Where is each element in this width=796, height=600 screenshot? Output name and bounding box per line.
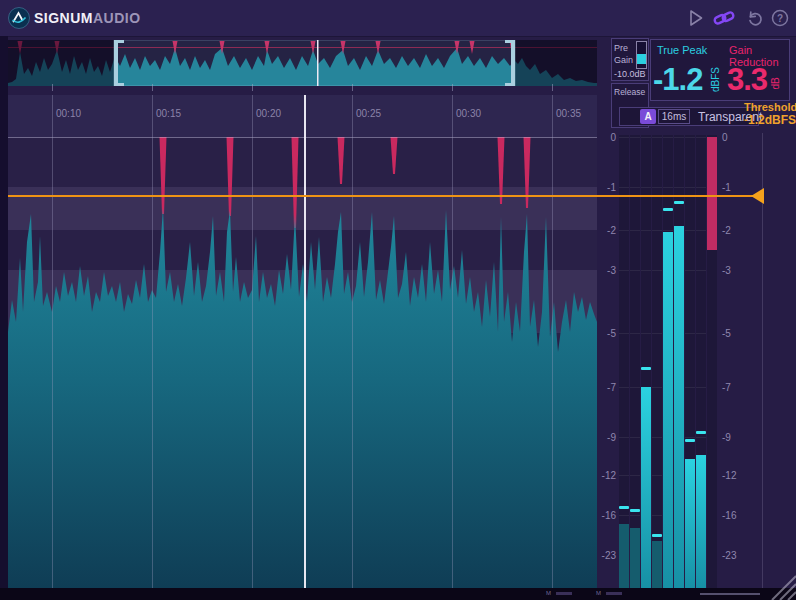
- meter-peak-tick: [685, 439, 695, 442]
- pre-gain-fader[interactable]: [636, 41, 647, 69]
- meter-scale-label: -16: [722, 510, 740, 521]
- meter-scale-tickline: [641, 555, 651, 556]
- pre-gain-fader-fill: [637, 54, 646, 64]
- meter-scale-label: -23: [598, 550, 616, 561]
- meter-scale-tickline: [630, 515, 640, 516]
- meter-scale-tickline: [696, 187, 706, 188]
- meter-scale-label: 0: [598, 132, 616, 143]
- release-time-field[interactable]: 16ms: [658, 109, 690, 124]
- meter-scale-label: -2: [722, 225, 740, 236]
- gr-spike: [391, 137, 398, 174]
- help-button[interactable]: ?: [770, 8, 790, 28]
- meter-scale-tickline: [663, 137, 673, 138]
- meter-scale-label: -12: [598, 470, 616, 481]
- bottom-strip: [0, 588, 796, 600]
- meter-scale-tickline: [685, 475, 695, 476]
- meter-scale-tickline: [641, 387, 651, 388]
- meter-scale-label: -3: [598, 265, 616, 276]
- meter-scale-tickline: [652, 555, 662, 556]
- meter-peak-tick: [641, 367, 651, 370]
- grid-line: [552, 95, 553, 588]
- meter-scale-tickline: [652, 475, 662, 476]
- meter-scale-tickline: [630, 333, 640, 334]
- resize-handle[interactable]: [756, 574, 796, 600]
- meter-scale-tickline: [674, 270, 684, 271]
- play-button[interactable]: [686, 8, 706, 28]
- meter-bar: [674, 226, 684, 588]
- meter-scale-tickline: [685, 333, 695, 334]
- overview-tick: [352, 84, 353, 91]
- meter-scale-tickline: [641, 230, 651, 231]
- meter-scale-label: -5: [722, 328, 740, 339]
- meter-bar: [641, 387, 651, 588]
- meter-scale-tickline: [685, 437, 695, 438]
- meter-peak-tick: [696, 431, 706, 434]
- threshold-value[interactable]: -1.2dBFS: [744, 113, 796, 127]
- footer-bar: [700, 593, 760, 595]
- meter-scale-tickline: [630, 555, 640, 556]
- gr-value: 3.3: [727, 62, 767, 98]
- grid-line: [252, 95, 253, 588]
- main-waveform-view[interactable]: 00:1000:1500:2000:2500:3000:35: [8, 95, 597, 588]
- meter-peak-tick: [619, 506, 629, 509]
- grid-line: [352, 95, 353, 588]
- meter-scale-tickline: [685, 137, 695, 138]
- meter-scale-tickline: [641, 187, 651, 188]
- plugin-window: SIGNUMAUDIO ?: [0, 0, 796, 600]
- meter-scale-tickline: [652, 437, 662, 438]
- footer-dash: [606, 592, 622, 595]
- meter-scale-tickline: [696, 437, 706, 438]
- meter-scale-tickline: [685, 515, 695, 516]
- overview-timeline[interactable]: [8, 40, 597, 86]
- meter-peak-tick: [674, 201, 684, 204]
- meter-scale-tickline: [630, 437, 640, 438]
- meter-scale-tickline: [674, 230, 684, 231]
- meter-scale-label: -7: [722, 382, 740, 393]
- meter-bar: [696, 455, 706, 588]
- meter-scale-tickline: [674, 387, 684, 388]
- meter-scale-tickline: [641, 137, 651, 138]
- meter-scale-tickline: [663, 270, 673, 271]
- true-peak-label: True Peak: [657, 44, 707, 56]
- threshold-handle[interactable]: [751, 188, 764, 204]
- meter-scale-tickline: [630, 475, 640, 476]
- meter-scale-tickline: [696, 475, 706, 476]
- top-bar: SIGNUMAUDIO ?: [0, 0, 796, 37]
- auto-release-button[interactable]: A: [640, 109, 656, 124]
- meter-scale-tickline: [630, 230, 640, 231]
- meter-scale-tickline: [652, 187, 662, 188]
- meter-scale-tickline: [685, 270, 695, 271]
- brand-light: AUDIO: [93, 10, 141, 26]
- meter-scale-tickline: [663, 387, 673, 388]
- meter-scale-tickline: [674, 475, 684, 476]
- meter-scale-tickline: [652, 515, 662, 516]
- true-peak-value: -1.2: [653, 62, 702, 98]
- gr-spike: [338, 137, 345, 184]
- link-icon: [712, 9, 736, 27]
- gr-label-1: Gain: [729, 44, 752, 56]
- meter-column: [630, 135, 640, 588]
- meter-peak-tick: [663, 208, 673, 211]
- meter-scale-label: -9: [722, 432, 740, 443]
- main-playhead[interactable]: [304, 95, 306, 588]
- waveform-canvas: [8, 95, 597, 588]
- meter-bar: [630, 528, 640, 588]
- meter-scale-label: -12: [722, 470, 740, 481]
- meter-scale-label: -16: [598, 510, 616, 521]
- meter-scale-tickline: [630, 137, 640, 138]
- time-label: 00:10: [56, 108, 81, 119]
- meter-scale-tickline: [619, 270, 629, 271]
- meter-scale-tickline: [641, 515, 651, 516]
- overview-playhead: [317, 40, 319, 86]
- meter-scale-tickline: [674, 137, 684, 138]
- link-button[interactable]: [712, 8, 736, 28]
- meter-bar: [652, 541, 662, 588]
- meter-scale-tickline: [663, 437, 673, 438]
- meter-scale-tickline: [674, 437, 684, 438]
- meter-scale-tickline: [663, 515, 673, 516]
- undo-button[interactable]: [745, 8, 765, 28]
- meter-scale-label: -3: [722, 265, 740, 276]
- meter-column: [641, 135, 651, 588]
- meter-bar: [685, 459, 695, 588]
- gr-spike: [160, 137, 167, 214]
